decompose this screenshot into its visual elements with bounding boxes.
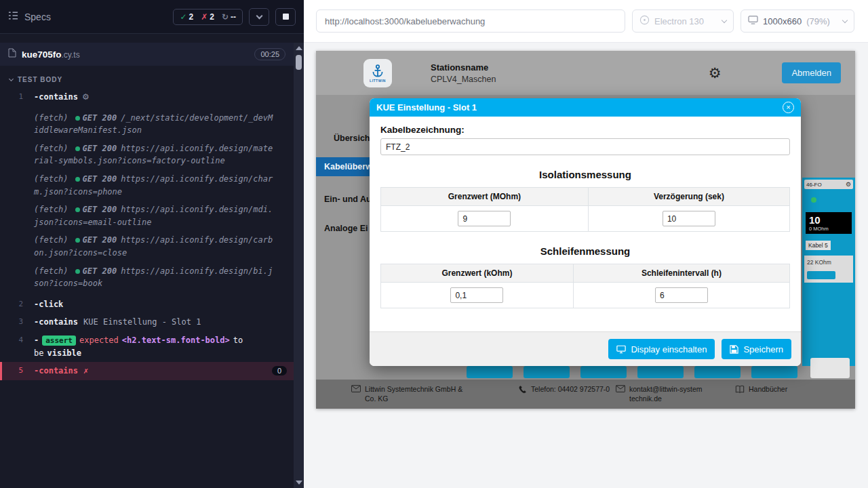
fetch-url: https://api.iconify.design/carbon.json?i… bbox=[34, 235, 273, 258]
fetch-url: /_next/static/development/_devMiddleware… bbox=[34, 113, 273, 136]
logout-button[interactable]: Abmelden bbox=[782, 62, 841, 83]
network-log-entry[interactable]: (fetch)GET 200https://api.iconify.design… bbox=[34, 265, 277, 290]
command-row-contains-1[interactable]: 1 -contains⚙ bbox=[0, 88, 294, 106]
iso-col1-header: Grenzwert (MOhm) bbox=[381, 188, 589, 206]
footer-manuals[interactable]: Handbücher bbox=[735, 384, 787, 394]
book-icon bbox=[735, 385, 745, 394]
status-ok-dot bbox=[75, 238, 80, 243]
loop-interval-input[interactable] bbox=[655, 287, 708, 303]
chevron-down-icon bbox=[256, 12, 262, 19]
passed-count: 2 bbox=[189, 12, 194, 22]
collapse-button[interactable] bbox=[249, 8, 269, 26]
display-unit: 0 MOhm bbox=[809, 226, 848, 232]
slot-button[interactable] bbox=[580, 366, 627, 378]
mini-button[interactable] bbox=[807, 271, 835, 279]
fetch-prefix: (fetch) bbox=[34, 174, 68, 184]
viewport-select[interactable]: 1000x660 (79%) bbox=[741, 9, 854, 33]
status-ok-dot bbox=[75, 177, 80, 182]
fetch-status: GET 200 bbox=[83, 266, 117, 276]
nav-item-ein-und-ausgaenge[interactable]: Ein- und Au bbox=[324, 195, 370, 204]
network-log-entry[interactable]: (fetch)GET 200https://api.iconify.design… bbox=[34, 173, 277, 198]
command-row-click[interactable]: 2 -click bbox=[0, 296, 294, 314]
close-icon[interactable]: × bbox=[783, 102, 794, 113]
command-row-contains-failed[interactable]: 5 -contains✗ 0 bbox=[0, 362, 294, 380]
failed-count: 2 bbox=[210, 12, 214, 22]
slot-button[interactable] bbox=[751, 366, 797, 378]
app-footer: Littwin Systemtechnik GmbH & Co. KG Tele… bbox=[316, 380, 855, 409]
specs-label[interactable]: Specs bbox=[24, 12, 51, 22]
url-text: http://localhost:3000/kabelueberwachung bbox=[325, 16, 485, 26]
cable-name-label: Kabelbezeichnung: bbox=[380, 125, 790, 135]
station-value: CPLV4_Maschen bbox=[431, 75, 496, 84]
slot-white-card bbox=[810, 358, 850, 378]
cable-name-input[interactable] bbox=[380, 138, 790, 155]
fetch-status: GET 200 bbox=[83, 174, 117, 184]
station-label: Stationsname bbox=[431, 62, 496, 73]
network-log-entry[interactable]: (fetch)GET 200https://api.iconify.design… bbox=[34, 203, 277, 228]
network-log-entry[interactable]: (fetch)GET 200https://api.iconify.design… bbox=[34, 234, 277, 259]
fetch-prefix: (fetch) bbox=[34, 113, 68, 123]
mail-icon bbox=[351, 385, 361, 392]
viewport-zoom: (79%) bbox=[806, 16, 830, 26]
slot-button[interactable] bbox=[694, 366, 741, 378]
stop-button[interactable] bbox=[275, 8, 296, 26]
iso-limit-input[interactable] bbox=[458, 211, 511, 226]
save-button[interactable]: Speichern bbox=[722, 339, 791, 359]
browser-select[interactable]: Electron 130 bbox=[632, 9, 734, 33]
slot-button[interactable] bbox=[637, 366, 684, 378]
scroll-up-arrow[interactable] bbox=[296, 46, 302, 50]
display-on-label: Display einschalten bbox=[631, 344, 707, 354]
cypress-reporter-panel: Specs ✓2 ✗2 ↻-- kue705fo.cy.ts 00:25 TES… bbox=[0, 0, 304, 488]
slot-button[interactable] bbox=[524, 366, 570, 378]
command-number: 2 bbox=[0, 298, 34, 311]
loop-value: 22 KOhm bbox=[807, 259, 831, 266]
loop-col2-header: Schleifenintervall (h) bbox=[573, 264, 789, 283]
stat-passed: ✓2 bbox=[180, 12, 193, 22]
reporter-scrollbar[interactable] bbox=[294, 43, 304, 488]
pending-count: -- bbox=[231, 12, 236, 22]
test-stats: ✓2 ✗2 ↻-- bbox=[173, 9, 243, 25]
nav-item-uebersicht[interactable]: Übersicht bbox=[334, 134, 373, 143]
command-name: -click bbox=[34, 300, 63, 309]
settings-gear-icon[interactable]: ⚙ bbox=[709, 65, 722, 81]
loop-limit-input[interactable] bbox=[450, 287, 503, 303]
stat-failed: ✗2 bbox=[201, 12, 214, 22]
app-header: LITTWIN Stationsname CPLV4_Maschen ⚙ Abm… bbox=[316, 51, 855, 95]
loop-col1-header: Grenzwert (kOhm) bbox=[381, 264, 574, 283]
display-on-button[interactable]: Display einschalten bbox=[608, 339, 715, 359]
monitor-icon bbox=[616, 345, 626, 354]
scrollbar-thumb[interactable] bbox=[296, 55, 302, 70]
fetch-url: https://api.iconify.design/mdi.json?icon… bbox=[34, 205, 273, 227]
nav-item-analoge-eingaenge[interactable]: Analoge Ei bbox=[324, 224, 370, 233]
slot-button[interactable] bbox=[467, 366, 513, 378]
measurement-display: 10 0 MOhm bbox=[806, 212, 852, 234]
fetch-prefix: (fetch) bbox=[34, 205, 68, 214]
command-log: 1 -contains⚙ (fetch)GET 200/_next/static… bbox=[0, 88, 294, 380]
chevron-down-icon bbox=[722, 17, 727, 22]
command-number: 1 bbox=[0, 91, 34, 104]
stop-icon bbox=[283, 14, 289, 20]
modal-footer: Display einschalten Speichern bbox=[370, 331, 801, 366]
network-log-entry[interactable]: (fetch)GET 200https://api.iconify.design… bbox=[34, 142, 277, 167]
command-row-assert[interactable]: 4 -assertexpected<h2.text-sm.font-bold>t… bbox=[0, 331, 294, 362]
url-bar[interactable]: http://localhost:3000/kabelueberwachung bbox=[316, 9, 625, 33]
slot-gear-icon[interactable]: ⚙ bbox=[846, 181, 851, 188]
fetch-status: GET 200 bbox=[83, 113, 117, 123]
specs-menu-icon[interactable] bbox=[8, 11, 18, 23]
viewport-icon bbox=[748, 16, 758, 26]
status-ok-dot bbox=[75, 207, 80, 212]
test-body-section[interactable]: TEST BODY bbox=[0, 66, 294, 88]
scroll-down-arrow[interactable] bbox=[296, 481, 302, 485]
fetch-prefix: (fetch) bbox=[34, 235, 68, 245]
manuals-text: Handbücher bbox=[749, 384, 787, 394]
logo-text: LITTWIN bbox=[370, 79, 386, 83]
iso-delay-input[interactable] bbox=[663, 211, 715, 226]
check-icon: ✓ bbox=[180, 12, 186, 22]
fetch-status: GET 200 bbox=[83, 205, 117, 214]
phone-icon bbox=[518, 385, 527, 394]
chevron-down-icon bbox=[9, 77, 14, 81]
command-row-contains-2[interactable]: 3 -containsKUE Einstellung - Slot 1 bbox=[0, 313, 294, 331]
spec-header[interactable]: kue705fo.cy.ts 00:25 bbox=[0, 43, 294, 66]
network-log-entry[interactable]: (fetch)GET 200/_next/static/development/… bbox=[34, 112, 277, 137]
command-name: -contains bbox=[34, 366, 78, 375]
